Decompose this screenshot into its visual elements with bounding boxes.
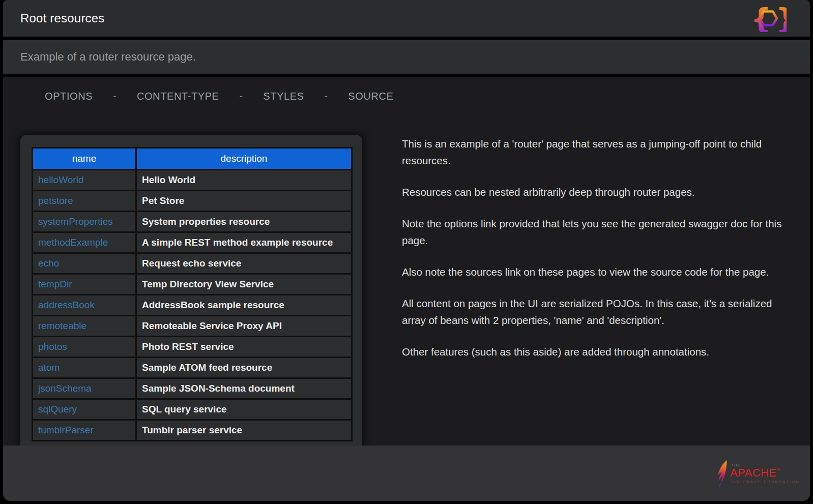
resource-link-jsonSchema[interactable]: jsonSchema: [38, 383, 92, 394]
resource-name-cell: photos: [33, 337, 136, 358]
juneau-logo-icon: { }: [750, 5, 787, 32]
resource-link-echo[interactable]: echo: [38, 258, 59, 269]
table-row: petstorePet Store: [33, 191, 352, 212]
separator: [3, 37, 810, 40]
left-brace-glyph: {: [751, 5, 771, 32]
table-row: atomSample ATOM feed resource: [33, 358, 352, 378]
resource-description: Remoteable Service Proxy API: [136, 316, 352, 337]
table-row: sqlQuerySQL query service: [33, 399, 352, 420]
resource-name-cell: tumblrParser: [33, 420, 136, 441]
resource-link-helloWorld[interactable]: helloWorld: [38, 174, 83, 185]
nav-separator: -: [240, 91, 243, 102]
apache-foundation-label: SOFTWARE FOUNDATION: [732, 480, 800, 484]
resource-link-photos[interactable]: photos: [38, 341, 67, 352]
resource-name-cell: helloWorld: [33, 170, 136, 191]
apache-name-label: APACHE: [730, 467, 777, 479]
nav: OPTIONS-CONTENT-TYPE-STYLES-SOURCE: [45, 91, 393, 102]
resource-description: AddressBook sample resource: [136, 295, 352, 316]
resource-name-cell: systemProperties: [33, 212, 136, 232]
resource-description: Request echo service: [136, 253, 352, 274]
resource-name-cell: methodExample: [33, 232, 136, 253]
page-subtitle: Example of a router resource page.: [20, 50, 196, 64]
resource-description: Hello World: [136, 170, 352, 191]
resources-table: namedescription helloWorldHello Worldpet…: [32, 147, 353, 441]
nav-link-source[interactable]: SOURCE: [348, 91, 393, 102]
aside-paragraph: This is an example of a 'router' page th…: [402, 135, 787, 169]
aside-paragraph: Also note the sources link on these page…: [402, 263, 787, 280]
resource-name-cell: echo: [33, 253, 136, 274]
resource-description: Sample JSON-Schema document: [136, 378, 352, 399]
table-row: systemPropertiesSystem properties resour…: [33, 212, 352, 232]
resource-link-tumblrParser[interactable]: tumblrParser: [38, 425, 94, 435]
registered-mark: ®: [777, 467, 780, 472]
resources-panel: namedescription helloWorldHello Worldpet…: [20, 135, 362, 446]
resource-description: Sample ATOM feed resource: [136, 358, 352, 378]
table-row: addressBookAddressBook sample resource: [33, 295, 352, 316]
apache-logo-text: THE APACHE ® SOFTWARE FOUNDATION: [730, 463, 800, 484]
resource-description: Photo REST service: [136, 337, 352, 358]
resource-name-cell: sqlQuery: [33, 399, 136, 420]
table-row: helloWorldHello World: [33, 170, 352, 191]
resource-description: Tumblr parser service: [136, 420, 352, 441]
header: Root resources { }: [3, 0, 810, 37]
apache-logo: THE APACHE ® SOFTWARE FOUNDATION: [715, 460, 800, 487]
table-row: jsonSchemaSample JSON-Schema document: [33, 378, 352, 399]
resource-link-sqlQuery[interactable]: sqlQuery: [38, 404, 77, 414]
resource-link-atom[interactable]: atom: [38, 362, 60, 373]
apache-feather-icon: [715, 460, 728, 487]
page: Root resources { } Example of a router r…: [3, 0, 810, 501]
nav-separator: -: [113, 91, 117, 102]
resource-description: Temp Directory View Service: [136, 274, 352, 295]
table-row: remoteableRemoteable Service Proxy API: [33, 316, 352, 337]
nav-link-content-type[interactable]: CONTENT-TYPE: [137, 91, 219, 102]
right-brace-glyph: }: [776, 5, 787, 32]
resource-link-addressBook[interactable]: addressBook: [38, 300, 95, 310]
aside-paragraph: Resources can be nested arbitrarily deep…: [402, 184, 787, 200]
resource-name-cell: addressBook: [33, 295, 136, 316]
resource-name-cell: atom: [33, 358, 136, 378]
table-row: tempDirTemp Directory View Service: [33, 274, 352, 295]
aside-paragraph: Other features (such as this aside) are …: [402, 343, 787, 360]
nav-link-options[interactable]: OPTIONS: [45, 91, 93, 102]
table-row: methodExampleA simple REST method exampl…: [33, 232, 352, 253]
table-row: photosPhoto REST service: [33, 337, 352, 358]
resource-link-systemProperties[interactable]: systemProperties: [38, 216, 113, 227]
table-row: tumblrParserTumblr parser service: [33, 420, 352, 441]
column-header-name: name: [33, 148, 136, 170]
resource-name-cell: remoteable: [33, 316, 136, 337]
aside-paragraph: Note the options link provided that lets…: [402, 215, 787, 249]
page-title: Root resources: [20, 11, 105, 25]
table-header-row: namedescription: [33, 148, 352, 170]
resource-name-cell: jsonSchema: [33, 378, 136, 399]
footer: THE APACHE ® SOFTWARE FOUNDATION: [3, 446, 810, 501]
resource-link-remoteable[interactable]: remoteable: [38, 320, 86, 331]
resource-link-petstore[interactable]: petstore: [38, 195, 73, 206]
resource-description: Pet Store: [136, 191, 352, 212]
resource-link-methodExample[interactable]: methodExample: [38, 237, 108, 248]
resource-name-cell: tempDir: [33, 274, 136, 295]
aside-panel: This is an example of a 'router' page th…: [402, 135, 787, 375]
resource-description: A simple REST method example resource: [136, 232, 352, 253]
table-row: echoRequest echo service: [33, 253, 352, 274]
nav-link-styles[interactable]: STYLES: [263, 91, 304, 102]
content-area: OPTIONS-CONTENT-TYPE-STYLES-SOURCE named…: [3, 77, 810, 446]
separator: [3, 74, 810, 77]
resource-link-tempDir[interactable]: tempDir: [38, 279, 72, 289]
aside-paragraph: All content on pages in the UI are seria…: [402, 295, 787, 329]
nav-separator: -: [325, 91, 328, 102]
column-header-description: description: [136, 148, 352, 170]
resource-description: System properties resource: [136, 212, 352, 232]
resource-description: SQL query service: [136, 399, 352, 420]
resource-name-cell: petstore: [33, 191, 136, 212]
subtitle-bar: Example of a router resource page.: [3, 40, 810, 74]
